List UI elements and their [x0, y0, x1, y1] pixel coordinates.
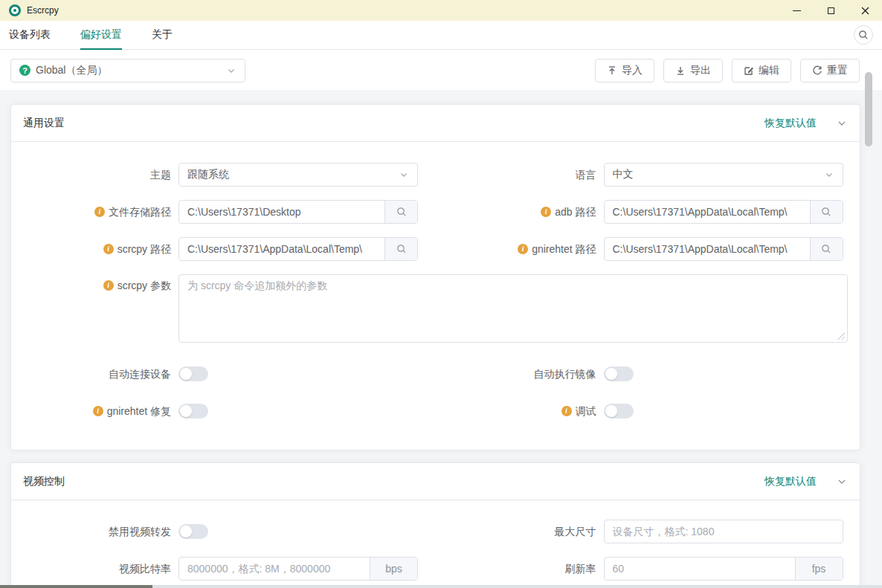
gnirehtet-fix-field: i gnirehtet 修复 — [23, 399, 423, 423]
gnirehtet-path-input-group — [604, 237, 843, 261]
language-label: 语言 — [448, 169, 604, 181]
tab-about[interactable]: 关于 — [152, 21, 173, 49]
info-icon: i — [94, 207, 105, 217]
question-icon: ? — [19, 65, 30, 76]
preferences-toolbar: ? Global（全局） 导入 导出 — [0, 50, 882, 91]
file-path-browse-button[interactable] — [384, 201, 417, 223]
refresh-rate-label: 刷新率 — [448, 563, 604, 575]
scrcpy-path-browse-button[interactable] — [384, 238, 417, 260]
file-path-input[interactable] — [179, 201, 384, 223]
adb-path-label: i adb 路径 — [448, 206, 604, 219]
search-button[interactable] — [854, 25, 873, 45]
adb-path-browse-button[interactable] — [810, 201, 843, 223]
edit-icon — [744, 65, 754, 76]
gnirehtet-path-input[interactable] — [605, 238, 810, 260]
general-settings-body: 主题 跟随系统 语言 中文 — [11, 142, 860, 450]
chevron-down-icon — [836, 117, 848, 129]
debug-label: i 调试 — [448, 405, 604, 418]
search-icon — [396, 207, 407, 217]
language-field: 语言 中文 — [448, 163, 849, 187]
scrcpy-args-label: i scrcpy 参数 — [23, 280, 178, 292]
export-button[interactable]: 导出 — [663, 59, 723, 83]
refresh-icon — [812, 65, 823, 76]
video-bitrate-input-group: bps — [178, 557, 418, 581]
restore-defaults-link[interactable]: 恢复默认值 — [764, 117, 817, 130]
adb-path-input-group — [604, 200, 843, 224]
scrcpy-args-field: i scrcpy 参数 — [23, 274, 848, 343]
reset-button[interactable]: 重置 — [800, 59, 860, 83]
refresh-rate-input-group: fps — [604, 557, 843, 581]
close-button[interactable] — [848, 0, 882, 21]
vertical-scrollbar[interactable] — [865, 72, 872, 146]
chevron-down-icon — [836, 476, 848, 488]
disable-video-forward-field: 禁用视频转发 — [23, 520, 423, 543]
gnirehtet-path-label: i gnirehtet 路径 — [448, 243, 604, 256]
theme-select-value: 跟随系统 — [187, 168, 399, 181]
edit-button[interactable]: 编辑 — [732, 59, 791, 83]
minimize-button[interactable] — [779, 0, 814, 21]
window-bottom-edge — [0, 585, 882, 588]
maximize-button[interactable] — [814, 0, 848, 21]
info-icon: i — [541, 207, 551, 217]
desktop-sliver — [0, 585, 152, 588]
disable-video-forward-toggle[interactable] — [178, 524, 208, 539]
file-path-input-group — [178, 200, 418, 224]
video-control-header: 视频控制 恢复默认值 — [11, 463, 860, 500]
info-icon: i — [561, 406, 572, 416]
gnirehtet-fix-toggle[interactable] — [178, 404, 208, 419]
refresh-rate-field: 刷新率 fps — [448, 557, 849, 581]
scrcpy-path-label: i scrcpy 路径 — [23, 243, 178, 256]
gnirehtet-fix-label: i gnirehtet 修复 — [23, 405, 178, 418]
restore-defaults-link[interactable]: 恢复默认值 — [764, 475, 817, 488]
scrcpy-path-input[interactable] — [179, 238, 384, 260]
chevron-down-icon — [226, 65, 236, 76]
auto-mirror-toggle[interactable] — [604, 366, 634, 381]
scrcpy-path-field: i scrcpy 路径 — [23, 237, 423, 261]
file-path-label: i 文件存储路径 — [23, 206, 178, 219]
section-title: 通用设置 — [23, 117, 65, 130]
tab-device-list[interactable]: 设备列表 — [9, 21, 51, 49]
import-button[interactable]: 导入 — [595, 59, 654, 83]
search-icon — [858, 30, 869, 40]
window-controls — [779, 0, 882, 21]
export-button-label: 导出 — [690, 64, 711, 77]
maximize-icon — [828, 7, 834, 14]
scope-select[interactable]: ? Global（全局） — [10, 59, 245, 83]
toggle-knob — [180, 368, 192, 380]
tab-preferences[interactable]: 偏好设置 — [80, 21, 122, 49]
toggle-knob — [180, 526, 192, 537]
scope-select-value: Global（全局） — [36, 64, 221, 77]
disable-video-forward-label: 禁用视频转发 — [23, 526, 178, 538]
section-title: 视频控制 — [23, 475, 65, 488]
gnirehtet-path-browse-button[interactable] — [810, 238, 843, 260]
file-path-field: i 文件存储路径 — [23, 200, 423, 224]
settings-scroll-area[interactable]: 通用设置 恢复默认值 主题 跟随系统 — [0, 92, 882, 585]
info-icon: i — [93, 406, 103, 416]
general-settings-header: 通用设置 恢复默认值 — [11, 105, 860, 142]
theme-select[interactable]: 跟随系统 — [178, 163, 418, 187]
video-control-body: 禁用视频转发 最大尺寸 视频比特率 — [11, 500, 860, 585]
language-select[interactable]: 中文 — [604, 163, 843, 187]
max-size-label: 最大尺寸 — [448, 526, 604, 538]
video-bitrate-label: 视频比特率 — [23, 563, 178, 575]
refresh-rate-input[interactable] — [605, 558, 795, 580]
max-size-input[interactable] — [605, 520, 843, 543]
debug-toggle[interactable] — [604, 404, 634, 419]
minimize-icon — [793, 10, 801, 11]
debug-field: i 调试 — [448, 399, 849, 423]
video-bitrate-input[interactable] — [179, 558, 370, 580]
auto-connect-label: 自动连接设备 — [23, 368, 178, 381]
max-size-field: 最大尺寸 — [448, 520, 849, 543]
scrcpy-args-textarea[interactable] — [179, 275, 847, 342]
gnirehtet-path-field: i gnirehtet 路径 — [448, 237, 849, 261]
collapse-section-button[interactable] — [836, 476, 848, 488]
reset-button-label: 重置 — [827, 64, 848, 77]
search-icon — [396, 244, 407, 254]
app-logo-icon — [9, 4, 21, 16]
auto-connect-toggle[interactable] — [178, 366, 208, 381]
adb-path-input[interactable] — [605, 201, 810, 223]
scrcpy-path-input-group — [178, 237, 418, 261]
general-settings-card: 通用设置 恢复默认值 主题 跟随系统 — [10, 104, 860, 450]
collapse-section-button[interactable] — [836, 117, 848, 129]
tab-preferences-label: 偏好设置 — [80, 28, 122, 42]
